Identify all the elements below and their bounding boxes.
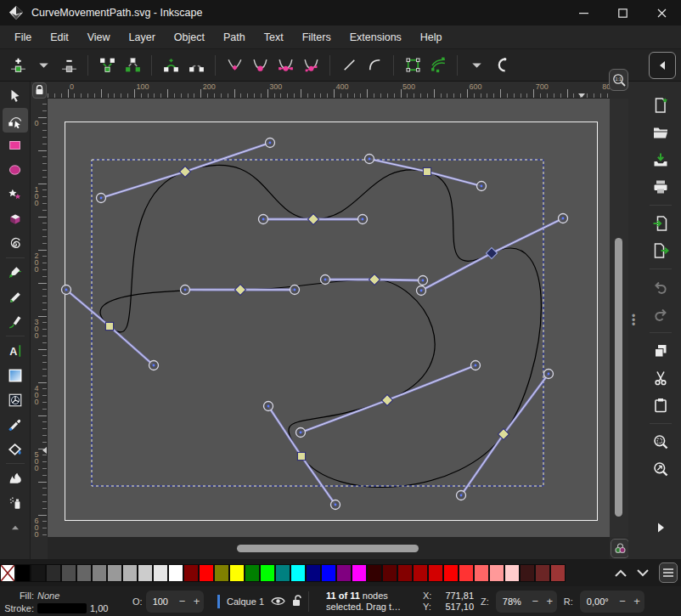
palette-swatch[interactable]: [153, 564, 168, 582]
zoom-drawing-icon[interactable]: [648, 458, 673, 480]
panel-grip-handle[interactable]: •••: [632, 314, 635, 327]
fill-value[interactable]: None: [37, 591, 90, 601]
palette-swatch[interactable]: [107, 564, 122, 582]
pencil-tool-icon[interactable]: [3, 285, 28, 309]
bucket-tool-icon[interactable]: [3, 437, 28, 461]
palette-scroll-down-icon[interactable]: [637, 569, 649, 577]
minimize-icon[interactable]: [564, 0, 603, 25]
show-handles-icon[interactable]: [489, 53, 515, 78]
pen-tool-icon[interactable]: [3, 260, 28, 285]
panel-collapse-icon[interactable]: [649, 52, 676, 79]
palette-swatch[interactable]: [520, 564, 535, 582]
palette-swatch[interactable]: [336, 564, 352, 582]
zoom-1-1-icon[interactable]: 1:1: [609, 69, 628, 91]
rotation-spinbox[interactable]: 0,00° − +: [580, 591, 644, 613]
palette-swatch-none[interactable]: [0, 564, 15, 582]
layer-unlock-icon[interactable]: [292, 595, 303, 608]
palette-swatch[interactable]: [397, 564, 413, 582]
node-auto-icon[interactable]: [298, 53, 324, 78]
node-delete-icon[interactable]: [56, 53, 82, 78]
zoom-spinbox[interactable]: 78% − +: [496, 591, 557, 613]
h-scroll-thumb[interactable]: [237, 545, 419, 552]
palette-swatch[interactable]: [245, 564, 260, 582]
zoom-selection-icon[interactable]: [648, 431, 673, 453]
menu-file[interactable]: File: [5, 27, 41, 48]
palette-swatch[interactable]: [138, 564, 153, 582]
ellipse-tool-icon[interactable]: [3, 157, 28, 182]
insert-dropdown-chevron-icon[interactable]: [31, 53, 56, 78]
palette-swatch[interactable]: [504, 564, 520, 582]
stroke-color-swatch[interactable]: [37, 603, 87, 613]
zoom-increase-icon[interactable]: +: [543, 595, 557, 608]
stroke-to-path-icon[interactable]: [425, 53, 451, 78]
text-tool-icon[interactable]: A: [3, 338, 28, 363]
palette-swatch[interactable]: [260, 564, 275, 582]
edit-cut-icon[interactable]: [648, 367, 673, 389]
path-node[interactable]: [423, 167, 431, 175]
dropper-tool-icon[interactable]: [3, 412, 28, 437]
node-smooth-icon[interactable]: [247, 53, 273, 78]
calligraphy-tool-icon[interactable]: [3, 309, 28, 334]
opacity-decrease-icon[interactable]: −: [175, 595, 189, 608]
maximize-icon[interactable]: [603, 0, 642, 25]
palette-swatch[interactable]: [168, 564, 183, 582]
palette-menu-icon[interactable]: [659, 562, 678, 583]
segment-join-icon[interactable]: [158, 53, 183, 78]
segment-delete-icon[interactable]: [183, 53, 209, 78]
rectangle-tool-icon[interactable]: [3, 133, 28, 157]
rotation-increase-icon[interactable]: +: [630, 595, 644, 608]
palette-swatch[interactable]: [474, 564, 489, 582]
menu-path[interactable]: Path: [214, 27, 255, 48]
document-open-icon[interactable]: [648, 122, 673, 144]
object-to-path-icon[interactable]: [400, 53, 425, 78]
mesh-tool-icon[interactable]: [3, 387, 28, 412]
menu-view[interactable]: View: [78, 27, 120, 48]
menu-edit[interactable]: Edit: [41, 27, 78, 48]
palette-swatch[interactable]: [489, 564, 504, 582]
layer-name[interactable]: Calque 1: [227, 596, 264, 607]
node-tool-icon[interactable]: [3, 108, 28, 133]
undo-icon[interactable]: [648, 276, 673, 298]
tweak-tool-icon[interactable]: [3, 466, 28, 490]
palette-swatch[interactable]: [76, 564, 92, 582]
gradient-tool-icon[interactable]: [3, 363, 28, 387]
overflow-chevron-icon[interactable]: [464, 53, 489, 78]
palette-swatch[interactable]: [321, 564, 336, 582]
canvas[interactable]: [48, 99, 610, 537]
rotation-value[interactable]: 0,00°: [580, 596, 616, 607]
redo-icon[interactable]: [648, 303, 673, 325]
selector-tool-icon[interactable]: [3, 83, 28, 108]
nodes-join-icon[interactable]: [94, 53, 120, 78]
palette-swatch[interactable]: [31, 564, 46, 582]
palette-swatch[interactable]: [443, 564, 459, 582]
menu-help[interactable]: Help: [411, 27, 452, 48]
horizontal-scrollbar[interactable]: [48, 537, 610, 559]
zoom-value[interactable]: 78%: [496, 596, 528, 607]
vertical-ruler[interactable]: 0100200300400500600: [31, 99, 48, 537]
palette-swatch[interactable]: [367, 564, 382, 582]
palette-swatch[interactable]: [46, 564, 61, 582]
lock-guides-icon[interactable]: [32, 82, 47, 99]
close-icon[interactable]: [642, 0, 681, 25]
palette-scroll-up-icon[interactable]: [615, 569, 627, 577]
toolbox-scroll-icon[interactable]: [3, 515, 28, 540]
palette-swatch[interactable]: [92, 564, 107, 582]
menu-extensions[interactable]: Extensions: [340, 27, 411, 48]
palette-swatch[interactable]: [183, 564, 199, 582]
palette-swatch[interactable]: [535, 564, 550, 582]
node-insert-icon[interactable]: [5, 53, 31, 78]
menu-layer[interactable]: Layer: [120, 27, 165, 48]
palette-swatch[interactable]: [290, 564, 306, 582]
color-management-toggle-icon[interactable]: [611, 539, 629, 558]
document-import-icon[interactable]: [648, 212, 673, 235]
box3d-tool-icon[interactable]: [3, 206, 28, 231]
opacity-increase-icon[interactable]: +: [189, 595, 204, 608]
edit-copy-icon[interactable]: [648, 340, 673, 362]
palette-swatch[interactable]: [275, 564, 290, 582]
node-symmetric-icon[interactable]: [273, 53, 298, 78]
segment-curve-icon[interactable]: [362, 53, 387, 78]
document-print-icon[interactable]: [648, 176, 673, 198]
palette-swatch[interactable]: [229, 564, 245, 582]
stroke-width-value[interactable]: 1,00: [90, 603, 124, 613]
nodes-break-icon[interactable]: [120, 53, 145, 78]
